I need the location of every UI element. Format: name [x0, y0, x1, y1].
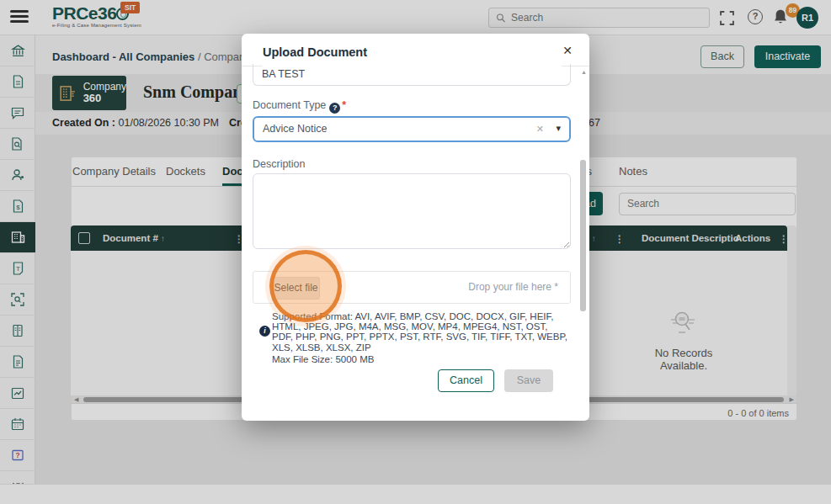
scroll-up-icon[interactable]: ▲: [581, 69, 587, 75]
cancel-button[interactable]: Cancel: [438, 369, 494, 392]
clear-icon[interactable]: ✕: [536, 124, 544, 135]
description-textarea[interactable]: [253, 173, 571, 249]
required-mark: *: [342, 99, 346, 111]
modal-scrollbar[interactable]: ▲: [580, 69, 587, 416]
description-label: Description: [253, 158, 306, 170]
select-file-button[interactable]: Select file: [272, 277, 320, 300]
document-type-value: Advice Notice: [263, 123, 327, 135]
document-type-label: Document Type?*: [253, 99, 346, 114]
file-dropzone[interactable]: Select file Drop your file here *: [253, 271, 571, 304]
close-icon[interactable]: ✕: [562, 44, 573, 57]
chevron-down-icon[interactable]: ▾: [556, 123, 561, 134]
max-file-size-text: Max File Size: 5000 MB: [272, 354, 374, 364]
modal-scroll-thumb[interactable]: [580, 160, 586, 311]
modal-title: Upload Document: [263, 45, 367, 59]
document-type-select[interactable]: Advice Notice ✕ ▾: [253, 116, 571, 142]
field-help-icon[interactable]: ?: [329, 103, 340, 114]
info-icon: i: [259, 326, 270, 337]
app-screen: PRCe36 e-Filing & Case Management System…: [0, 0, 831, 504]
supported-formats-text: Supported Format: AVI, AVIF, BMP, CSV, D…: [272, 311, 570, 353]
drop-file-hint: Drop your file here *: [468, 281, 558, 293]
save-button[interactable]: Save: [504, 369, 553, 392]
upload-document-modal: Upload Document ✕ Document Type?* Advice…: [242, 34, 589, 421]
document-name-input[interactable]: [262, 64, 562, 84]
document-name-field[interactable]: [253, 64, 571, 86]
